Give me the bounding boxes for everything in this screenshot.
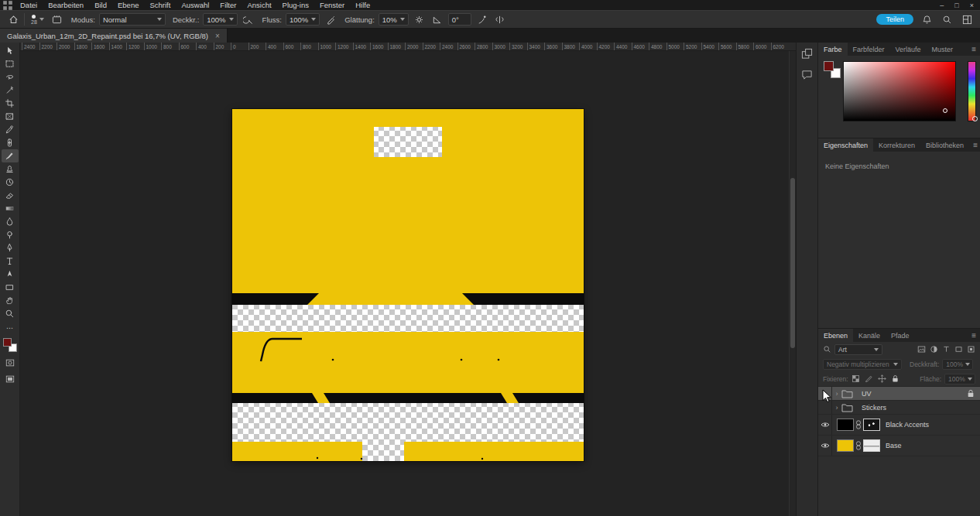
layer-row-base[interactable]: Base — [818, 436, 980, 456]
hue-slider-indicator[interactable] — [972, 116, 978, 121]
filter-adjustment-layers-icon[interactable] — [930, 345, 938, 354]
smoothing-gear-icon[interactable] — [413, 12, 427, 26]
search-icon[interactable] — [940, 12, 954, 26]
menu-auswahl[interactable]: Auswahl — [176, 0, 214, 10]
color-field-indicator[interactable] — [943, 108, 947, 113]
foreground-color-swatch[interactable] — [3, 338, 12, 347]
properties-tab-bibliotheken[interactable]: Bibliotheken — [920, 138, 969, 152]
menu-bild[interactable]: Bild — [89, 0, 112, 10]
smoothing-select[interactable]: 10% — [379, 13, 409, 26]
brush-tool[interactable] — [2, 149, 19, 162]
crop-tool[interactable] — [2, 97, 19, 110]
zoom-tool[interactable] — [2, 307, 19, 320]
foreground-background-colors[interactable] — [2, 337, 18, 353]
color-tab-verl-ufe[interactable]: Verläufe — [890, 43, 927, 56]
blend-mode-select[interactable]: Negativ multiplizieren — [823, 359, 902, 370]
brush-preset-picker[interactable]: 28 — [29, 12, 46, 27]
menu-schrift[interactable]: Schrift — [144, 0, 176, 10]
color-tab-farbe[interactable]: Farbe — [818, 43, 848, 56]
menu-plug-ins[interactable]: Plug-ins — [277, 0, 314, 10]
pasteboard[interactable] — [20, 51, 796, 516]
symmetry-icon[interactable] — [493, 12, 507, 26]
airbrush-flow-icon[interactable] — [324, 12, 338, 26]
history-brush-tool[interactable] — [2, 176, 19, 189]
color-tab-muster[interactable]: Muster — [927, 43, 959, 56]
layer-fill-field[interactable]: 100% — [944, 374, 975, 384]
home-icon[interactable] — [6, 12, 20, 26]
properties-tab-eigenschaften[interactable]: Eigenschaften — [818, 138, 873, 152]
edit-toolbar-ellipsis[interactable]: ⋯ — [2, 323, 19, 333]
layer-mask-thumbnail[interactable] — [863, 419, 880, 431]
filter-shape-layers-icon[interactable] — [954, 345, 963, 354]
share-button[interactable]: Teilen — [876, 14, 913, 25]
notifications-bell-icon[interactable] — [920, 12, 934, 26]
close-button[interactable]: × — [970, 2, 974, 9]
menu-bearbeiten[interactable]: Bearbeiten — [43, 0, 89, 10]
menu-hilfe[interactable]: Hilfe — [350, 0, 375, 10]
brush-angle-field[interactable]: 0° — [448, 13, 471, 26]
group-expand-chevron[interactable]: › — [832, 390, 841, 398]
document-tab[interactable]: Galaxis_Urban_12m_2D_Repaint.psd bei 16,… — [0, 29, 228, 43]
lasso-tool[interactable] — [2, 70, 19, 84]
screen-mode-button[interactable] — [2, 373, 19, 385]
layer-row-uv[interactable]: › UV — [818, 387, 980, 401]
filter-pixel-layers-icon[interactable] — [917, 345, 926, 354]
foreground-background-colors[interactable] — [824, 61, 841, 78]
layer-row-stickers[interactable]: › Stickers — [818, 401, 980, 415]
quick-selection-tool[interactable] — [2, 84, 19, 97]
menu-ansicht[interactable]: Ansicht — [242, 0, 276, 10]
maximize-button[interactable]: □ — [954, 2, 958, 9]
comments-panel-icon[interactable] — [801, 69, 813, 80]
eraser-tool[interactable] — [2, 189, 19, 202]
lock-transparency-icon[interactable] — [852, 374, 860, 383]
visibility-toggle[interactable] — [818, 415, 832, 435]
hue-slider[interactable] — [968, 61, 976, 121]
healing-brush-tool[interactable] — [2, 136, 19, 149]
lock-pixels-icon[interactable] — [865, 374, 873, 383]
layer-thumbnail[interactable] — [837, 439, 854, 452]
blur-tool[interactable] — [2, 215, 19, 228]
layer-mask-thumbnail[interactable] — [863, 439, 880, 452]
tab-close-icon[interactable]: × — [215, 32, 220, 40]
move-tool[interactable] — [2, 44, 19, 57]
brush-settings-panel-icon[interactable] — [50, 12, 64, 26]
foreground-color-swatch[interactable] — [824, 61, 834, 71]
vertical-scrollbar[interactable] — [789, 51, 796, 516]
menu-filter[interactable]: Filter — [214, 0, 242, 10]
visibility-toggle[interactable] — [818, 436, 832, 456]
flow-select[interactable]: 100% — [286, 13, 320, 26]
saturation-brightness-field[interactable] — [843, 61, 956, 121]
filter-type-select[interactable]: Art — [834, 344, 882, 355]
pen-pressure-icon[interactable] — [475, 12, 489, 26]
color-panel-menu-icon[interactable]: ≡ — [968, 43, 980, 56]
menu-ebene[interactable]: Ebene — [112, 0, 144, 10]
document-canvas[interactable] — [232, 109, 584, 461]
arrange-documents-icon[interactable] — [960, 12, 974, 26]
layers-tab-kan-le[interactable]: Kanäle — [853, 329, 886, 342]
layer-opacity-field[interactable]: 100% — [942, 359, 973, 370]
lock-all-icon[interactable] — [891, 374, 899, 383]
frame-tool[interactable] — [2, 110, 19, 123]
layers-tab-ebenen[interactable]: Ebenen — [818, 329, 853, 342]
marquee-tool[interactable] — [2, 57, 19, 70]
dodge-tool[interactable] — [2, 228, 19, 241]
shape-tool[interactable] — [2, 281, 19, 294]
properties-panel-menu-icon[interactable]: ≡ — [969, 138, 980, 152]
airbrush-opacity-pressure-icon[interactable] — [242, 12, 255, 26]
layer-row-black-accents[interactable]: Black Accents — [818, 415, 980, 436]
path-selection-tool[interactable] — [2, 268, 19, 281]
mode-select[interactable]: Normal — [99, 13, 166, 26]
eyedropper-tool[interactable] — [2, 123, 19, 136]
layers-panel-menu-icon[interactable]: ≡ — [968, 329, 980, 342]
visibility-toggle[interactable] — [818, 401, 832, 414]
menu-datei[interactable]: Datei — [15, 0, 43, 10]
lock-position-icon[interactable] — [878, 374, 886, 383]
pen-tool[interactable] — [2, 241, 19, 255]
gradient-tool[interactable] — [2, 202, 19, 215]
hand-tool[interactable] — [2, 294, 19, 307]
layer-thumbnail[interactable] — [837, 419, 854, 431]
clone-stamp-tool[interactable] — [2, 162, 19, 176]
quick-mask-button[interactable] — [2, 357, 19, 369]
opacity-select[interactable]: 100% — [203, 13, 237, 26]
layers-tab-pfade[interactable]: Pfade — [886, 329, 915, 342]
